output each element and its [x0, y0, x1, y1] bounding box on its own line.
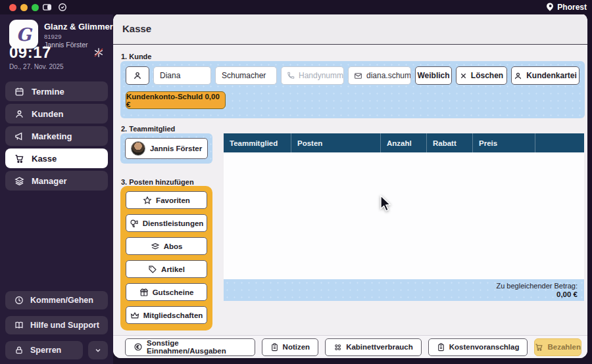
- total-bar: Zu begleichender Betrag: 0,00 €: [224, 279, 584, 301]
- snowflake-icon[interactable]: [93, 47, 104, 58]
- clipboard-icon: [270, 343, 279, 352]
- customer-card-button[interactable]: Kundenkartei: [511, 66, 580, 85]
- cart-icon: [535, 343, 543, 352]
- calendar-icon: [14, 87, 24, 97]
- phone-icon: [287, 72, 295, 80]
- sidebar-toggle-icon[interactable]: [42, 3, 52, 12]
- sync-icon[interactable]: [58, 3, 67, 12]
- email-field[interactable]: diana.schuma: [348, 66, 411, 85]
- phone-placeholder: Handynumme: [299, 71, 344, 80]
- kostenvoranschlag-button[interactable]: Kostenvoranschlag: [428, 338, 528, 356]
- dienstleistungen-button[interactable]: Dienstleistungen: [126, 214, 207, 232]
- person-icon: [133, 71, 142, 80]
- clock: 09:17 Do., 27. Nov. 2025: [9, 43, 64, 70]
- phorest-pin-icon: [545, 2, 555, 12]
- items-table-body: [224, 152, 584, 279]
- lock-icon: [14, 346, 24, 355]
- clock-time: 09:17: [9, 43, 64, 62]
- last-name-field[interactable]: [215, 66, 277, 85]
- bottom-action-bar: Sonstige Einnahmen/Ausgaben Notizen Kabi…: [113, 335, 587, 358]
- star-icon: [143, 196, 152, 205]
- sperren-options-button[interactable]: [88, 341, 108, 359]
- add-items-panel: Favoriten Dienstleistungen Abos Artikel …: [120, 186, 212, 330]
- column-header: Preis: [472, 133, 535, 152]
- phone-field[interactable]: Handynumme: [281, 66, 344, 85]
- gender-button[interactable]: Weiblich: [415, 66, 452, 85]
- sidebar-item-kunden[interactable]: Kunden: [5, 104, 108, 124]
- grid-dots-icon: [333, 343, 342, 352]
- gutscheine-button[interactable]: Gutscheine: [126, 283, 207, 301]
- gift-icon: [139, 288, 149, 297]
- sidebar-item-kasse[interactable]: Kasse: [5, 148, 108, 168]
- sidebar-item-label: Termine: [32, 87, 64, 97]
- business-name: Glanz & Glimmer: [44, 22, 113, 32]
- close-icon: [460, 72, 467, 80]
- sidebar: G Glanz & Glimmer 81929 Jannis Förster 0…: [0, 14, 113, 364]
- sidebar-item-label: Manager: [32, 176, 66, 186]
- sidebar-item-label: Kommen/Gehen: [30, 296, 93, 305]
- delete-customer-button[interactable]: Löschen: [456, 66, 507, 85]
- bezahlen-button[interactable]: Bezahlen: [534, 338, 581, 356]
- column-header: Anzahl: [380, 133, 426, 152]
- person-icon: [14, 109, 24, 119]
- customer-debt-button[interactable]: Kundenkonto-Schuld 0,00 €: [126, 91, 226, 109]
- email-value: diana.schuma: [366, 71, 411, 80]
- stack-icon: [151, 242, 160, 251]
- sidebar-item-manager[interactable]: Manager: [5, 171, 108, 191]
- book-icon: [14, 321, 24, 330]
- staff-member-button[interactable]: Jannis Förster: [125, 138, 208, 159]
- zoom-window-button[interactable]: [32, 4, 39, 11]
- clipboard-icon: [437, 343, 445, 352]
- staff-section-label: 2. Teammitglied: [121, 125, 175, 133]
- minimize-window-button[interactable]: [20, 4, 28, 11]
- sidebar-item-label: Hilfe und Support: [30, 321, 99, 330]
- artikel-button[interactable]: Artikel: [126, 260, 207, 278]
- total-label: Zu begleichender Betrag:: [496, 282, 578, 290]
- sidebar-footer: Kommen/Gehen Hilfe und Support Sperren: [5, 291, 108, 359]
- brand-label: Phorest: [557, 3, 587, 12]
- page-header: Kasse: [113, 13, 587, 45]
- abos-button[interactable]: Abos: [126, 237, 207, 255]
- notizen-button[interactable]: Notizen: [262, 338, 319, 356]
- column-header: Teammitglied: [224, 133, 291, 152]
- sidebar-item-label: Kunden: [32, 109, 63, 119]
- kabinettverbrauch-button[interactable]: Kabinettverbrauch: [325, 338, 422, 356]
- close-window-button[interactable]: [9, 4, 16, 11]
- column-header: Posten: [291, 133, 380, 152]
- clock-icon: [14, 296, 24, 305]
- add-items-section-label: 3. Posten hinzufügen: [121, 178, 194, 186]
- staff-member-name: Jannis Förster: [150, 145, 202, 152]
- sidebar-item-sperren[interactable]: Sperren: [5, 341, 83, 359]
- sidebar-item-termine[interactable]: Termine: [5, 81, 108, 101]
- cart-icon: [14, 154, 24, 164]
- sidebar-item-label: Kasse: [32, 154, 57, 164]
- megaphone-icon: [14, 131, 24, 141]
- window-titlebar: Phorest: [0, 0, 592, 14]
- chevron-down-icon: [94, 346, 102, 354]
- total-amount: 0,00 €: [556, 290, 578, 298]
- phorest-brand: Phorest: [545, 2, 587, 12]
- customer-panel: Handynumme diana.schuma Weiblich Löschen…: [120, 61, 585, 118]
- staff-panel: Jannis Förster: [120, 133, 212, 164]
- first-name-field[interactable]: [153, 66, 211, 85]
- coin-icon: [134, 342, 143, 352]
- tag-icon: [148, 265, 157, 274]
- sidebar-item-hilfe-support[interactable]: Hilfe und Support: [5, 316, 108, 334]
- customer-search-button[interactable]: [126, 66, 149, 85]
- sonstige-einnahmen-button[interactable]: Sonstige Einnahmen/Ausgaben: [125, 338, 255, 356]
- favoriten-button[interactable]: Favoriten: [126, 191, 207, 209]
- column-header: Rabatt: [426, 133, 472, 152]
- hairdryer-icon: [130, 219, 139, 228]
- mitgliedschaften-button[interactable]: Mitgliedschaften: [126, 306, 207, 324]
- envelope-icon: [354, 72, 362, 80]
- items-table-header: Teammitglied Posten Anzahl Rabatt Preis: [224, 133, 584, 152]
- customer-section-label: 1. Kunde: [121, 53, 151, 60]
- main-panel: Kasse 1. Kunde Handynumme diana.schuma W…: [113, 13, 587, 358]
- clock-date: Do., 27. Nov. 2025: [9, 63, 64, 70]
- sidebar-item-label: Sperren: [30, 346, 61, 355]
- mouse-cursor: [378, 195, 394, 212]
- avatar: [131, 141, 145, 156]
- sidebar-item-marketing[interactable]: Marketing: [5, 126, 108, 146]
- layers-icon: [14, 176, 24, 186]
- sidebar-item-kommen-gehen[interactable]: Kommen/Gehen: [5, 291, 108, 309]
